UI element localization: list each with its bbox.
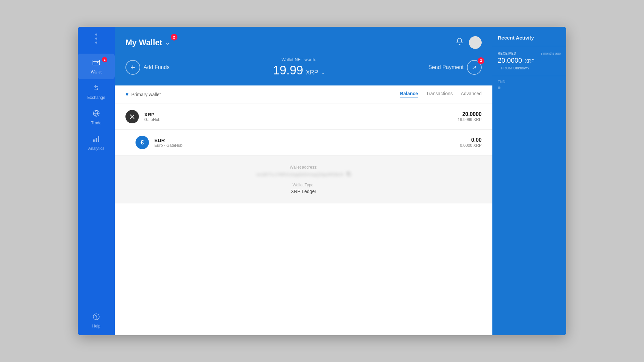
- wallet-type-value: XRP Ledger: [125, 189, 482, 194]
- heart-icon: ♥: [125, 92, 129, 98]
- sidebar-item-analytics-label: Analytics: [88, 146, 104, 151]
- main-header: My Wallet ⌄ 2: [115, 27, 492, 50]
- wallet-badge: 1: [102, 57, 107, 62]
- eur-balance-xrp: 0.0000 XRP: [460, 143, 482, 148]
- eur-token-name: EUR: [154, 137, 454, 143]
- tab-transactions[interactable]: Transactions: [426, 91, 453, 98]
- activity-from-label: FROM: [501, 66, 512, 70]
- xrp-token-info: XRP GateHub: [144, 112, 452, 122]
- help-icon: [92, 313, 100, 322]
- tab-advanced[interactable]: Advanced: [461, 91, 482, 98]
- send-payment-badge: 3: [478, 57, 484, 64]
- sidebar-item-wallet[interactable]: 1 Wallet: [78, 54, 115, 79]
- table-row: XRP GateHub 20.0000 19.9999 XRP: [115, 104, 492, 130]
- header-title-wrap: My Wallet ⌄ 2: [125, 38, 170, 47]
- svg-rect-9: [347, 173, 350, 176]
- send-payment-label: Send Payment: [428, 64, 464, 70]
- avatar[interactable]: [469, 36, 482, 49]
- net-worth-amount: 19.99: [273, 63, 303, 77]
- xrp-token-icon: [125, 110, 139, 123]
- xrp-token-name: XRP: [144, 112, 452, 117]
- activity-arrow-icon: ↓: [498, 66, 500, 70]
- right-panel: Recent Activity RECEIVED 2 months ago 20…: [492, 27, 566, 335]
- recent-activity-header: Recent Activity: [492, 27, 566, 46]
- svg-point-6: [96, 318, 97, 319]
- xrp-balance-xrp: 19.9999 XRP: [458, 117, 482, 122]
- wallet-address-label: Wallet address:: [125, 165, 482, 170]
- wallet-content-panel: ♥ Primary wallet Balance Transactions Ad…: [115, 85, 492, 335]
- send-payment-button[interactable]: Send Payment 3: [428, 60, 482, 75]
- primary-wallet-text: Primary wallet: [131, 92, 161, 97]
- activity-type: RECEIVED: [498, 52, 516, 55]
- header-badge: 2: [171, 34, 177, 41]
- activity-item: RECEIVED 2 months ago 20.0000 XRP ↓ FROM…: [492, 46, 566, 76]
- activity-amount-row: 20.0000 XRP: [498, 57, 561, 64]
- sidebar-item-exchange-label: Exchange: [87, 95, 105, 100]
- wallet-address-text: rw1BF7LcYf9RG1kag0b0HnaqQ0dp4RD8cR: [256, 172, 343, 177]
- sidebar-item-help[interactable]: Help: [92, 313, 101, 328]
- copy-icon[interactable]: [346, 172, 351, 177]
- balance-list: XRP GateHub 20.0000 19.9999 XRP — € EUR …: [115, 104, 492, 335]
- sidebar-item-trade[interactable]: Trade: [78, 105, 115, 130]
- xrp-balance-main: 20.0000: [458, 111, 482, 117]
- xrp-token-balance: 20.0000 19.9999 XRP: [458, 111, 482, 122]
- analytics-icon: [92, 135, 100, 144]
- add-funds-label: Add Funds: [144, 64, 169, 70]
- net-worth-label: Wallet NET worth:: [273, 57, 325, 62]
- bell-icon[interactable]: [455, 38, 464, 48]
- net-worth-currency: XRP: [306, 69, 318, 76]
- wallet-panel-header: ♥ Primary wallet Balance Transactions Ad…: [115, 85, 492, 104]
- activity-from-value: Unknown: [513, 66, 529, 70]
- eur-token-info: EUR Euro - GateHub: [154, 137, 454, 148]
- activity-from-row: ↓ FROM Unknown: [498, 66, 561, 70]
- sidebar-item-help-label: Help: [92, 324, 101, 328]
- eur-token-balance: 0.00 0.0000 XRP: [460, 137, 482, 148]
- chevron-down-icon[interactable]: ⌄: [165, 39, 170, 46]
- add-funds-circle-icon: +: [125, 60, 140, 75]
- svg-rect-3: [96, 138, 97, 142]
- activity-end-dot: [498, 86, 500, 89]
- primary-wallet-label: ♥ Primary wallet: [125, 92, 161, 98]
- add-funds-button[interactable]: + Add Funds: [125, 60, 169, 75]
- trade-icon: [92, 109, 100, 119]
- activity-time: 2 months ago: [540, 52, 561, 55]
- row-handle: —: [125, 140, 130, 145]
- svg-rect-0: [93, 60, 100, 65]
- sidebar-nav: 1 Wallet Exchange: [78, 54, 115, 156]
- page-title: My Wallet: [125, 38, 162, 47]
- activity-amount: 20.0000: [498, 57, 522, 64]
- svg-rect-4: [98, 136, 99, 142]
- activity-meta: RECEIVED 2 months ago: [498, 52, 561, 55]
- net-worth-chevron-icon[interactable]: ⌄: [321, 70, 325, 75]
- activity-currency: XRP: [525, 58, 535, 64]
- svg-rect-2: [93, 139, 95, 142]
- sidebar-dots: [95, 34, 97, 44]
- net-worth-display: Wallet NET worth: 19.99 XRP ⌄: [273, 57, 325, 77]
- sidebar-item-analytics[interactable]: Analytics: [78, 130, 115, 156]
- sidebar-item-wallet-label: Wallet: [91, 70, 102, 74]
- wallet-address-section: Wallet address: rw1BF7LcYf9RG1kag0b0Hnaq…: [115, 156, 492, 203]
- exchange-icon: [92, 84, 100, 93]
- eur-token-icon: €: [136, 136, 149, 149]
- eur-token-sub: Euro - GateHub: [154, 143, 454, 148]
- wallet-tabs: Balance Transactions Advanced: [400, 91, 482, 98]
- wallet-address-value: rw1BF7LcYf9RG1kag0b0HnaqQ0dp4RD8cR: [125, 172, 482, 177]
- table-row: — € EUR Euro - GateHub 0.00 0.0000 XRP: [115, 130, 492, 156]
- tab-balance[interactable]: Balance: [400, 91, 418, 98]
- sidebar-item-exchange[interactable]: Exchange: [78, 79, 115, 105]
- header-actions: [455, 36, 482, 49]
- wallet-icon: [92, 58, 100, 68]
- sidebar: 1 Wallet Exchange: [78, 27, 115, 335]
- eur-balance-main: 0.00: [460, 137, 482, 143]
- activity-end-label: END: [492, 76, 566, 85]
- sidebar-item-trade-label: Trade: [91, 121, 102, 125]
- main-panel: My Wallet ⌄ 2 + Add Funds: [115, 27, 492, 335]
- wallet-type-label: Wallet Type:: [125, 183, 482, 187]
- wallet-top-bar: + Add Funds Wallet NET worth: 19.99 XRP …: [115, 50, 492, 85]
- xrp-token-sub: GateHub: [144, 117, 452, 122]
